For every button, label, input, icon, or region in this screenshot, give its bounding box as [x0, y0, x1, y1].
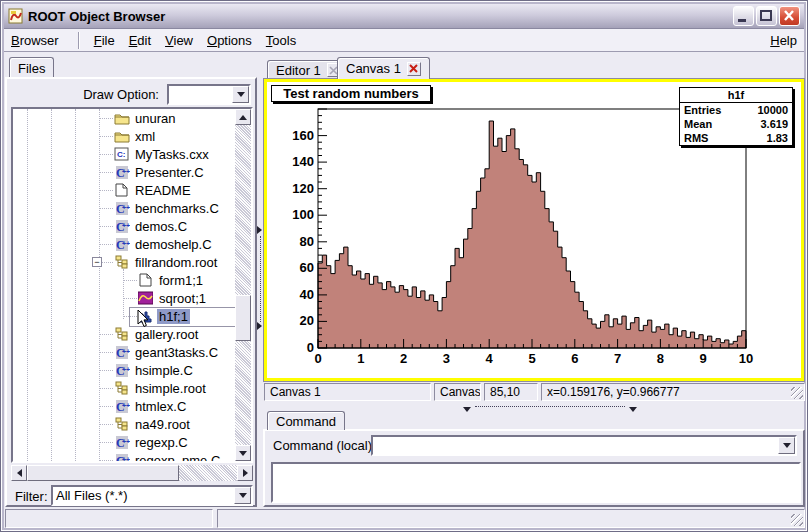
- tab-files-label: Files: [18, 61, 45, 76]
- stats-title: h1f: [680, 88, 792, 103]
- minimize-button[interactable]: [733, 6, 754, 26]
- svg-text:40: 40: [300, 287, 314, 302]
- menu-separator: [78, 32, 80, 49]
- svg-text:++: ++: [122, 348, 130, 355]
- root-file-icon: [113, 255, 130, 269]
- tree-item-demos-c[interactable]: C++demos.C: [13, 217, 235, 235]
- canvas-status-user-coords: x=0.159176, y=0.966777: [541, 383, 805, 401]
- tree-item-mytasks-cxx[interactable]: C:MyTasks.cxx: [13, 145, 235, 163]
- svg-text:4: 4: [486, 351, 494, 366]
- close-button[interactable]: [779, 6, 800, 26]
- svg-text:100: 100: [292, 207, 314, 222]
- tree-horizontal-scrollbar[interactable]: [11, 465, 253, 481]
- menu-edit[interactable]: Edit: [122, 31, 158, 50]
- tree-connector: [123, 316, 137, 317]
- tree-connector: [99, 226, 113, 227]
- svg-text:7: 7: [614, 351, 621, 366]
- stats-row: Entries 10000: [680, 103, 792, 117]
- scroll-down-button[interactable]: [235, 445, 251, 461]
- scrollbar-thumb[interactable]: [235, 295, 251, 341]
- scrollbar-thumb[interactable]: [27, 465, 179, 481]
- resize-grip[interactable]: [791, 514, 803, 526]
- cpp-file-icon: C++: [113, 237, 130, 252]
- tree-item-hsimple-root[interactable]: hsimple.root: [13, 379, 235, 397]
- tree-item-htmlex-c[interactable]: C++htmlex.C: [13, 397, 235, 415]
- draw-option-combobox[interactable]: [167, 84, 251, 105]
- menu-options[interactable]: Options: [200, 31, 259, 50]
- files-panel: Draw Option: unuranxmlC:MyTasks.cxxC++Pr…: [5, 77, 257, 507]
- plot-title: Test random numbers: [271, 85, 431, 102]
- tree-item-form1-1[interactable]: form1;1: [13, 271, 235, 289]
- menu-browser[interactable]: Browser: [4, 31, 66, 50]
- tree-connector: [99, 208, 113, 209]
- tab-canvas-1-close-button[interactable]: [407, 62, 421, 76]
- tree-item-readme[interactable]: README: [13, 181, 235, 199]
- horizontal-splitter[interactable]: [263, 403, 805, 410]
- svg-text:140: 140: [292, 154, 314, 169]
- tab-command-label: Command: [276, 414, 336, 429]
- tree-item-fillrandom-root[interactable]: −fillrandom.root: [13, 253, 235, 271]
- stats-label: Entries: [684, 104, 721, 116]
- tree-item-label: regexp.C: [133, 435, 190, 450]
- svg-text:6: 6: [571, 351, 578, 366]
- tree-item-na49-root[interactable]: na49.root: [13, 415, 235, 433]
- stats-box[interactable]: h1f Entries 10000 Mean 3.619 RMS 1.83: [679, 87, 793, 146]
- tree-item-label: hsimple.root: [133, 381, 208, 396]
- tree-connector: [99, 370, 113, 371]
- menu-help[interactable]: Help: [763, 31, 804, 50]
- menu-file[interactable]: File: [87, 31, 122, 50]
- canvas-1[interactable]: 012345678910020406080100120140160 Test r…: [267, 82, 801, 378]
- tab-canvas-1[interactable]: Canvas 1: [337, 57, 430, 79]
- resize-grip[interactable]: [791, 387, 803, 399]
- filter-dropdown-button[interactable]: [234, 487, 251, 504]
- tree-item-label: na49.root: [133, 417, 192, 432]
- scroll-right-button[interactable]: [237, 465, 253, 481]
- draw-option-dropdown-button[interactable]: [232, 86, 249, 103]
- tree-item-regexp-c[interactable]: C++regexp.C: [13, 433, 235, 451]
- tree-connector: [99, 136, 113, 137]
- svg-text:++: ++: [122, 204, 130, 211]
- command-output-area[interactable]: [271, 462, 801, 503]
- tree-item-regexp-pme-c[interactable]: C++regexp_pme.C: [13, 451, 235, 461]
- tree-item-xml[interactable]: xml: [13, 127, 235, 145]
- svg-text:20: 20: [300, 313, 314, 328]
- svg-text:8: 8: [657, 351, 664, 366]
- tree-item-demoshelp-c[interactable]: C++demoshelp.C: [13, 235, 235, 253]
- tree-connector: [99, 154, 113, 155]
- svg-text:10: 10: [739, 351, 753, 366]
- tree-item-label: form1;1: [157, 273, 205, 288]
- tab-command[interactable]: Command: [267, 411, 345, 430]
- tree-item-h1f-1[interactable]: h1f;1: [13, 307, 235, 325]
- splitter-line: [260, 236, 261, 322]
- stats-value: 1.83: [767, 132, 788, 144]
- filter-combobox[interactable]: All Files (*.*): [51, 485, 253, 506]
- tree-vertical-scrollbar[interactable]: [235, 109, 251, 461]
- tree-item-benchmarks-c[interactable]: C++benchmarks.C: [13, 199, 235, 217]
- tree-item-sqroot-1[interactable]: sqroot;1: [13, 289, 235, 307]
- svg-text:0: 0: [314, 351, 321, 366]
- stats-value: 10000: [757, 104, 788, 116]
- tree-item-unuran[interactable]: unuran: [13, 109, 235, 127]
- tree-item-geant3tasks-c[interactable]: C++geant3tasks.C: [13, 343, 235, 361]
- command-dropdown-button[interactable]: [778, 437, 795, 454]
- expander-minus-icon[interactable]: −: [92, 257, 102, 267]
- tree-connector: [99, 190, 113, 191]
- svg-text:80: 80: [300, 234, 314, 249]
- root-file-icon: [113, 417, 130, 431]
- scroll-up-button[interactable]: [235, 109, 251, 125]
- maximize-button[interactable]: [756, 6, 777, 26]
- command-input-combobox[interactable]: [371, 435, 797, 456]
- svg-text:9: 9: [700, 351, 707, 366]
- mouse-cursor: [137, 309, 149, 332]
- tree-item-hsimple-c[interactable]: C++hsimple.C: [13, 361, 235, 379]
- tab-files[interactable]: Files: [9, 57, 54, 78]
- root-file-icon: [113, 381, 130, 395]
- tree-item-label: MyTasks.cxx: [133, 147, 211, 162]
- tree-item-gallery-root[interactable]: gallery.root: [13, 325, 235, 343]
- tree-item-presenter-c[interactable]: C++Presenter.C: [13, 163, 235, 181]
- svg-text:++: ++: [122, 402, 130, 409]
- menu-tools[interactable]: Tools: [259, 31, 303, 50]
- statusbar-right: [217, 509, 805, 528]
- scroll-left-button[interactable]: [11, 465, 27, 481]
- menu-view[interactable]: View: [158, 31, 200, 50]
